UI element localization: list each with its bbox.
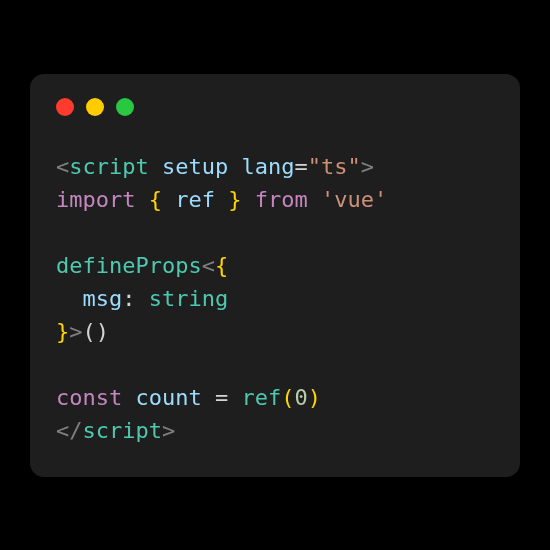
- number: 0: [294, 385, 307, 410]
- bracket: >: [162, 418, 175, 443]
- keyword: const: [56, 385, 122, 410]
- variable: count: [135, 385, 201, 410]
- bracket: >: [361, 154, 374, 179]
- function: ref: [241, 385, 281, 410]
- brace: }: [228, 187, 241, 212]
- string: "ts": [308, 154, 361, 179]
- minimize-icon[interactable]: [86, 98, 104, 116]
- code-block: <script setup lang="ts"> import { ref } …: [56, 150, 494, 447]
- window-titlebar: [56, 98, 494, 116]
- bracket: <: [202, 253, 215, 278]
- paren: ): [308, 385, 321, 410]
- space: [308, 187, 321, 212]
- operator: =: [294, 154, 307, 179]
- maximize-icon[interactable]: [116, 98, 134, 116]
- string: 'vue': [321, 187, 387, 212]
- space: [241, 187, 254, 212]
- brace: {: [215, 253, 228, 278]
- keyword: from: [255, 187, 308, 212]
- attr: lang: [241, 154, 294, 179]
- close-icon[interactable]: [56, 98, 74, 116]
- bracket: <: [56, 154, 69, 179]
- keyword: import: [56, 187, 135, 212]
- property: msg: [83, 286, 123, 311]
- identifier: ref: [162, 187, 228, 212]
- brace: }: [56, 319, 69, 344]
- type: string: [149, 286, 228, 311]
- function: defineProps: [56, 253, 202, 278]
- operator: =: [202, 385, 242, 410]
- indent: [56, 286, 83, 311]
- space: [135, 187, 148, 212]
- tag-name: script: [83, 418, 162, 443]
- space: [122, 385, 135, 410]
- colon: :: [122, 286, 149, 311]
- bracket: >: [69, 319, 82, 344]
- attr: setup: [162, 154, 228, 179]
- bracket: </: [56, 418, 83, 443]
- tag-name: script: [69, 154, 148, 179]
- paren: (: [281, 385, 294, 410]
- code-window: <script setup lang="ts"> import { ref } …: [30, 74, 520, 477]
- space: [149, 154, 162, 179]
- parens: (): [83, 319, 110, 344]
- space: [228, 154, 241, 179]
- brace: {: [149, 187, 162, 212]
